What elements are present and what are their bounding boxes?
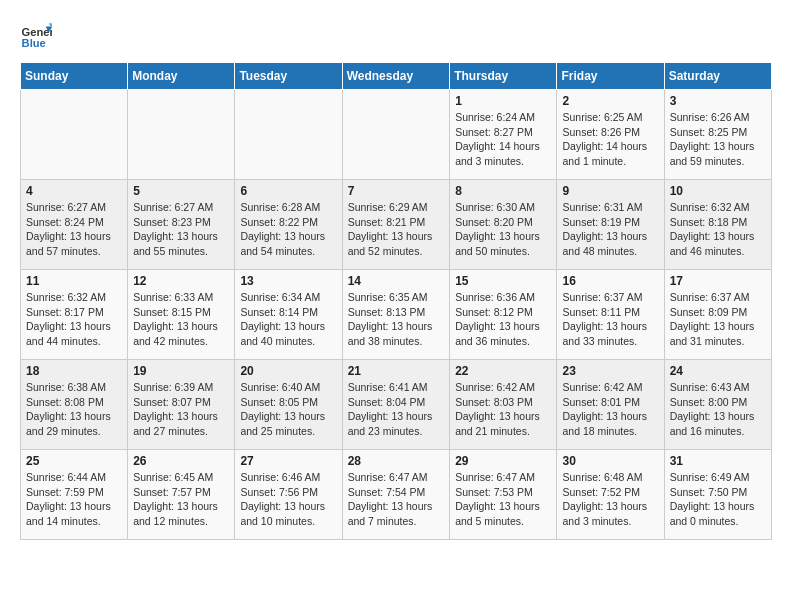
day-number: 29 <box>455 454 551 468</box>
day-number: 16 <box>562 274 658 288</box>
calendar-cell: 19Sunrise: 6:39 AM Sunset: 8:07 PM Dayli… <box>128 360 235 450</box>
day-number: 25 <box>26 454 122 468</box>
day-number: 21 <box>348 364 445 378</box>
calendar-cell: 5Sunrise: 6:27 AM Sunset: 8:23 PM Daylig… <box>128 180 235 270</box>
day-info: Sunrise: 6:30 AM Sunset: 8:20 PM Dayligh… <box>455 200 551 259</box>
day-number: 2 <box>562 94 658 108</box>
calendar-cell: 6Sunrise: 6:28 AM Sunset: 8:22 PM Daylig… <box>235 180 342 270</box>
day-number: 26 <box>133 454 229 468</box>
calendar-cell: 7Sunrise: 6:29 AM Sunset: 8:21 PM Daylig… <box>342 180 450 270</box>
day-number: 11 <box>26 274 122 288</box>
logo: General Blue <box>20 20 56 52</box>
calendar-cell: 17Sunrise: 6:37 AM Sunset: 8:09 PM Dayli… <box>664 270 771 360</box>
calendar-cell: 11Sunrise: 6:32 AM Sunset: 8:17 PM Dayli… <box>21 270 128 360</box>
calendar-cell: 1Sunrise: 6:24 AM Sunset: 8:27 PM Daylig… <box>450 90 557 180</box>
day-number: 4 <box>26 184 122 198</box>
day-number: 13 <box>240 274 336 288</box>
day-number: 18 <box>26 364 122 378</box>
day-number: 8 <box>455 184 551 198</box>
day-info: Sunrise: 6:45 AM Sunset: 7:57 PM Dayligh… <box>133 470 229 529</box>
calendar-header-row: SundayMondayTuesdayWednesdayThursdayFrid… <box>21 63 772 90</box>
day-number: 31 <box>670 454 766 468</box>
calendar-table: SundayMondayTuesdayWednesdayThursdayFrid… <box>20 62 772 540</box>
calendar-cell: 22Sunrise: 6:42 AM Sunset: 8:03 PM Dayli… <box>450 360 557 450</box>
calendar-cell: 18Sunrise: 6:38 AM Sunset: 8:08 PM Dayli… <box>21 360 128 450</box>
day-info: Sunrise: 6:42 AM Sunset: 8:03 PM Dayligh… <box>455 380 551 439</box>
weekday-header: Sunday <box>21 63 128 90</box>
page-header: General Blue <box>20 20 772 52</box>
day-number: 6 <box>240 184 336 198</box>
day-number: 23 <box>562 364 658 378</box>
calendar-cell: 2Sunrise: 6:25 AM Sunset: 8:26 PM Daylig… <box>557 90 664 180</box>
day-info: Sunrise: 6:47 AM Sunset: 7:54 PM Dayligh… <box>348 470 445 529</box>
day-number: 27 <box>240 454 336 468</box>
day-number: 15 <box>455 274 551 288</box>
day-number: 17 <box>670 274 766 288</box>
day-number: 22 <box>455 364 551 378</box>
day-info: Sunrise: 6:48 AM Sunset: 7:52 PM Dayligh… <box>562 470 658 529</box>
calendar-cell <box>128 90 235 180</box>
calendar-cell: 21Sunrise: 6:41 AM Sunset: 8:04 PM Dayli… <box>342 360 450 450</box>
day-info: Sunrise: 6:27 AM Sunset: 8:23 PM Dayligh… <box>133 200 229 259</box>
day-info: Sunrise: 6:47 AM Sunset: 7:53 PM Dayligh… <box>455 470 551 529</box>
day-info: Sunrise: 6:24 AM Sunset: 8:27 PM Dayligh… <box>455 110 551 169</box>
calendar-cell: 24Sunrise: 6:43 AM Sunset: 8:00 PM Dayli… <box>664 360 771 450</box>
calendar-cell: 31Sunrise: 6:49 AM Sunset: 7:50 PM Dayli… <box>664 450 771 540</box>
day-number: 7 <box>348 184 445 198</box>
day-info: Sunrise: 6:26 AM Sunset: 8:25 PM Dayligh… <box>670 110 766 169</box>
day-number: 14 <box>348 274 445 288</box>
day-info: Sunrise: 6:34 AM Sunset: 8:14 PM Dayligh… <box>240 290 336 349</box>
day-number: 1 <box>455 94 551 108</box>
day-info: Sunrise: 6:49 AM Sunset: 7:50 PM Dayligh… <box>670 470 766 529</box>
calendar-cell: 14Sunrise: 6:35 AM Sunset: 8:13 PM Dayli… <box>342 270 450 360</box>
day-number: 20 <box>240 364 336 378</box>
day-info: Sunrise: 6:31 AM Sunset: 8:19 PM Dayligh… <box>562 200 658 259</box>
day-number: 9 <box>562 184 658 198</box>
day-number: 3 <box>670 94 766 108</box>
calendar-week-row: 25Sunrise: 6:44 AM Sunset: 7:59 PM Dayli… <box>21 450 772 540</box>
logo-icon: General Blue <box>20 20 52 52</box>
calendar-cell: 4Sunrise: 6:27 AM Sunset: 8:24 PM Daylig… <box>21 180 128 270</box>
calendar-week-row: 1Sunrise: 6:24 AM Sunset: 8:27 PM Daylig… <box>21 90 772 180</box>
day-info: Sunrise: 6:25 AM Sunset: 8:26 PM Dayligh… <box>562 110 658 169</box>
calendar-cell: 3Sunrise: 6:26 AM Sunset: 8:25 PM Daylig… <box>664 90 771 180</box>
day-number: 24 <box>670 364 766 378</box>
day-info: Sunrise: 6:36 AM Sunset: 8:12 PM Dayligh… <box>455 290 551 349</box>
day-info: Sunrise: 6:33 AM Sunset: 8:15 PM Dayligh… <box>133 290 229 349</box>
calendar-cell: 10Sunrise: 6:32 AM Sunset: 8:18 PM Dayli… <box>664 180 771 270</box>
calendar-cell: 8Sunrise: 6:30 AM Sunset: 8:20 PM Daylig… <box>450 180 557 270</box>
calendar-cell: 15Sunrise: 6:36 AM Sunset: 8:12 PM Dayli… <box>450 270 557 360</box>
day-info: Sunrise: 6:41 AM Sunset: 8:04 PM Dayligh… <box>348 380 445 439</box>
day-info: Sunrise: 6:29 AM Sunset: 8:21 PM Dayligh… <box>348 200 445 259</box>
calendar-cell <box>21 90 128 180</box>
day-info: Sunrise: 6:39 AM Sunset: 8:07 PM Dayligh… <box>133 380 229 439</box>
calendar-cell: 23Sunrise: 6:42 AM Sunset: 8:01 PM Dayli… <box>557 360 664 450</box>
calendar-cell <box>235 90 342 180</box>
weekday-header: Thursday <box>450 63 557 90</box>
day-info: Sunrise: 6:43 AM Sunset: 8:00 PM Dayligh… <box>670 380 766 439</box>
calendar-cell: 26Sunrise: 6:45 AM Sunset: 7:57 PM Dayli… <box>128 450 235 540</box>
day-number: 10 <box>670 184 766 198</box>
day-info: Sunrise: 6:28 AM Sunset: 8:22 PM Dayligh… <box>240 200 336 259</box>
calendar-cell: 27Sunrise: 6:46 AM Sunset: 7:56 PM Dayli… <box>235 450 342 540</box>
weekday-header: Saturday <box>664 63 771 90</box>
weekday-header: Monday <box>128 63 235 90</box>
calendar-cell: 13Sunrise: 6:34 AM Sunset: 8:14 PM Dayli… <box>235 270 342 360</box>
day-info: Sunrise: 6:46 AM Sunset: 7:56 PM Dayligh… <box>240 470 336 529</box>
day-info: Sunrise: 6:32 AM Sunset: 8:17 PM Dayligh… <box>26 290 122 349</box>
calendar-cell: 16Sunrise: 6:37 AM Sunset: 8:11 PM Dayli… <box>557 270 664 360</box>
day-info: Sunrise: 6:37 AM Sunset: 8:11 PM Dayligh… <box>562 290 658 349</box>
weekday-header: Wednesday <box>342 63 450 90</box>
day-number: 12 <box>133 274 229 288</box>
calendar-cell: 25Sunrise: 6:44 AM Sunset: 7:59 PM Dayli… <box>21 450 128 540</box>
calendar-cell <box>342 90 450 180</box>
day-number: 19 <box>133 364 229 378</box>
day-number: 28 <box>348 454 445 468</box>
calendar-cell: 20Sunrise: 6:40 AM Sunset: 8:05 PM Dayli… <box>235 360 342 450</box>
calendar-cell: 30Sunrise: 6:48 AM Sunset: 7:52 PM Dayli… <box>557 450 664 540</box>
calendar-cell: 9Sunrise: 6:31 AM Sunset: 8:19 PM Daylig… <box>557 180 664 270</box>
day-info: Sunrise: 6:44 AM Sunset: 7:59 PM Dayligh… <box>26 470 122 529</box>
weekday-header: Tuesday <box>235 63 342 90</box>
svg-text:Blue: Blue <box>22 37 46 49</box>
day-info: Sunrise: 6:42 AM Sunset: 8:01 PM Dayligh… <box>562 380 658 439</box>
